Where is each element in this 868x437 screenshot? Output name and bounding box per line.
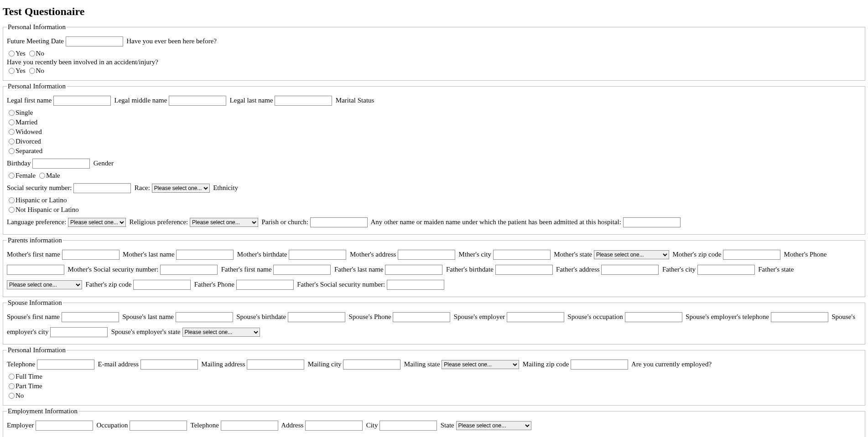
input-father-ssn[interactable] [387,280,444,290]
input-father-city[interactable] [697,265,755,275]
input-spouse-emptel[interactable] [771,312,828,322]
input-mother-addr[interactable] [398,250,455,260]
label-occupation: Occupation [96,422,128,429]
radio-divorced[interactable] [9,139,15,144]
select-spouse-empstate[interactable]: Please select one... [182,328,260,337]
select-father-state[interactable]: Please select one... [7,280,82,289]
label-mother-zip: Mother's zip code [672,251,721,258]
input-father-phone[interactable] [236,280,294,290]
radio-widowed[interactable] [9,129,15,135]
input-last-name[interactable] [275,96,332,106]
radio-female[interactable] [9,173,15,179]
select-emp-state[interactable]: Please select one... [456,421,531,430]
radio-not-hispanic[interactable] [9,207,15,213]
input-employer[interactable] [36,421,93,431]
section-personal-2: Personal Information Legal first name Le… [3,82,865,235]
input-first-name[interactable] [53,96,111,106]
label-female: Female [16,172,36,179]
label-mother-phone: Mother's Phone [784,251,827,258]
input-mother-first[interactable] [62,250,120,260]
radio-been-before-no[interactable] [29,51,35,57]
label-mother-addr: Mother's address [350,251,396,258]
label-yes: Yes [16,50,26,57]
section-spouse: Spouse Information Spouse's first name S… [3,299,865,344]
input-telephone[interactable] [37,360,94,370]
radio-been-before-yes[interactable] [9,51,15,57]
radio-single[interactable] [9,110,15,116]
input-emp-addr[interactable] [305,421,363,431]
section-employment: Employment Information Employer Occupati… [3,407,865,437]
label-mother-state: Mother's state [554,251,592,258]
select-mother-state[interactable]: Please select one... [594,250,669,259]
radio-accident-no[interactable] [29,68,35,74]
label-emp-no: No [16,392,24,399]
input-father-last[interactable] [385,265,442,275]
label-ssn: Social security number: [7,184,72,191]
input-mother-phone[interactable] [7,265,64,275]
input-father-addr[interactable] [601,265,659,275]
input-occupation[interactable] [130,421,187,431]
select-race[interactable]: Please select one... [152,184,210,193]
input-spouse-first[interactable] [62,312,119,322]
input-mother-city[interactable] [493,250,551,260]
legend-parents: Parents information [7,236,63,244]
label-email: E-mail address [98,360,139,368]
input-mail-addr[interactable] [247,360,304,370]
radio-accident-yes[interactable] [9,68,15,74]
label-father-ssn: Father's Social security number: [297,281,385,288]
input-mother-ssn[interactable] [160,265,218,275]
input-other-name[interactable] [623,217,681,227]
radio-full-time[interactable] [9,374,15,380]
radio-male[interactable] [39,173,45,179]
label-mother-birth: Mother's birthdate [237,251,287,258]
input-meeting-date[interactable] [66,36,123,46]
input-email[interactable] [140,360,198,370]
label-father-first: Father's first name [221,266,272,273]
select-religion[interactable]: Please select one... [190,218,258,227]
input-spouse-birth[interactable] [288,312,345,322]
radio-part-time[interactable] [9,383,15,389]
input-birthday[interactable] [32,159,90,169]
label-spouse-birth: Spouse's birthdate [236,313,286,320]
input-father-zip[interactable] [133,280,191,290]
input-middle-name[interactable] [169,96,226,106]
input-spouse-emp[interactable] [507,312,564,322]
radio-separated[interactable] [9,148,15,154]
input-spouse-occ[interactable] [625,312,682,322]
select-language[interactable]: Please select one... [68,218,126,227]
radio-hispanic[interactable] [9,197,15,203]
input-spouse-empcity[interactable] [50,327,108,337]
input-spouse-phone[interactable] [393,312,450,322]
label-mother-city: Mther's city [459,251,491,258]
input-emp-city[interactable] [379,421,437,431]
label-spouse-occ: Spouse's occupation [567,313,623,320]
label-male: Male [46,172,60,179]
section-personal-1: Personal Information Future Meeting Date… [3,23,865,81]
label-employed: Are you currently employed? [631,360,712,368]
input-father-first[interactable] [273,265,331,275]
input-mother-last[interactable] [176,250,234,260]
input-emp-tel[interactable] [221,421,278,431]
input-mother-birth[interactable] [289,250,346,260]
radio-emp-no[interactable] [9,393,15,399]
label-accident: Have you recently been involved in an ac… [7,58,861,66]
label-no-2: No [36,67,44,74]
label-gender: Gender [94,159,114,167]
label-spouse-phone: Spouse's Phone [348,313,391,320]
select-mail-state[interactable]: Please select one... [442,360,519,369]
input-ssn[interactable] [73,183,131,193]
input-mail-city[interactable] [343,360,400,370]
label-not-hispanic: Not Hispanic or Latino [16,206,79,213]
label-father-city: Father's city [662,266,696,273]
input-father-birth[interactable] [495,265,553,275]
input-spouse-last[interactable] [176,312,233,322]
radio-married[interactable] [9,119,15,125]
label-birthday: Birthday [7,159,31,167]
input-parish[interactable] [310,217,368,227]
input-mail-zip[interactable] [571,360,628,370]
label-mother-last: Mother's last name [123,251,175,258]
input-mother-zip[interactable] [723,250,780,260]
label-emp-tel: Telephone [191,422,219,429]
label-father-addr: Father's address [556,266,600,273]
label-separated: Separated [16,147,42,154]
